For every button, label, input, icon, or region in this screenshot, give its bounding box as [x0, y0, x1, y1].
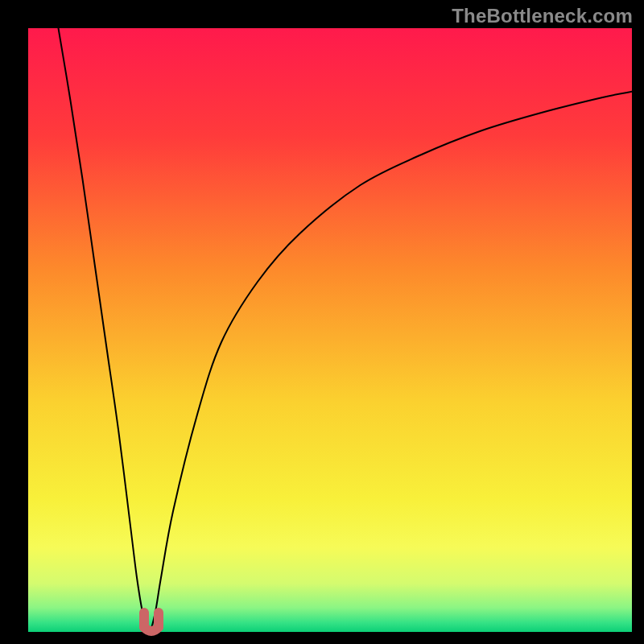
min-marker-connector	[144, 627, 159, 631]
bottleneck-chart	[0, 0, 644, 644]
chart-frame: TheBottleneck.com	[0, 0, 644, 644]
watermark-text: TheBottleneck.com	[452, 5, 633, 27]
gradient-background	[28, 28, 632, 632]
